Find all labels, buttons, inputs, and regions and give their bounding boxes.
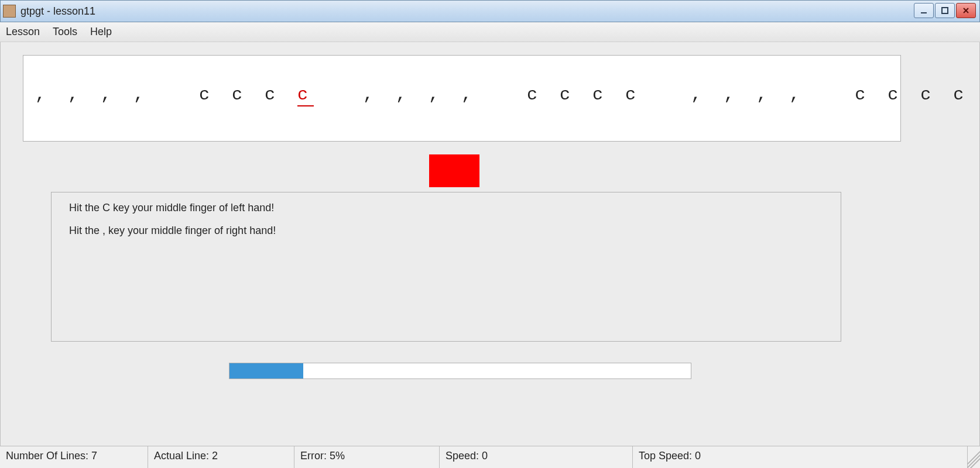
window-title: gtpgt - lesson11 [20, 5, 95, 18]
lesson-cursor-char: c [297, 85, 314, 106]
client-area: , , , , c c c c , , , , c c c c , , , , … [0, 42, 980, 446]
lesson-remaining: , , , , c c c c , , , , c c c c , , , , … [314, 85, 980, 105]
close-button[interactable] [956, 3, 976, 18]
progress-bar [229, 363, 691, 379]
menu-lesson[interactable]: Lesson [6, 26, 40, 38]
error-indicator [429, 154, 479, 187]
maximize-icon [941, 6, 949, 15]
hint-box: Hit the C key your middle finger of left… [51, 192, 841, 342]
lesson-typed: , , , , c c c [35, 85, 297, 105]
lesson-line: , , , , c c c c , , , , c c c c , , , , … [35, 85, 889, 106]
app-icon [3, 5, 16, 18]
lesson-text-box[interactable]: , , , , c c c c , , , , c c c c , , , , … [23, 55, 901, 142]
menu-help[interactable]: Help [90, 26, 112, 38]
status-actual-line: Actual Line: 2 [148, 446, 294, 468]
status-lines: Number Of Lines: 7 [0, 446, 148, 468]
progress-fill [229, 363, 303, 378]
hint-line-2: Hit the , key your middle finger of righ… [69, 225, 823, 237]
svg-rect-0 [921, 12, 927, 13]
svg-rect-1 [942, 8, 948, 13]
statusbar: Number Of Lines: 7 Actual Line: 2 Error:… [0, 446, 980, 468]
status-speed: Speed: 0 [439, 446, 632, 468]
maximize-button[interactable] [935, 3, 955, 18]
titlebar: gtpgt - lesson11 [0, 0, 980, 22]
window-controls [914, 3, 976, 18]
close-icon [962, 6, 970, 15]
menubar: Lesson Tools Help [0, 22, 980, 42]
resize-grip[interactable] [967, 446, 980, 468]
status-top-speed: Top Speed: 0 [632, 446, 967, 468]
status-error: Error: 5% [294, 446, 439, 468]
minimize-icon [920, 6, 928, 15]
hint-line-1: Hit the C key your middle finger of left… [69, 202, 823, 214]
minimize-button[interactable] [914, 3, 934, 18]
menu-tools[interactable]: Tools [53, 26, 77, 38]
